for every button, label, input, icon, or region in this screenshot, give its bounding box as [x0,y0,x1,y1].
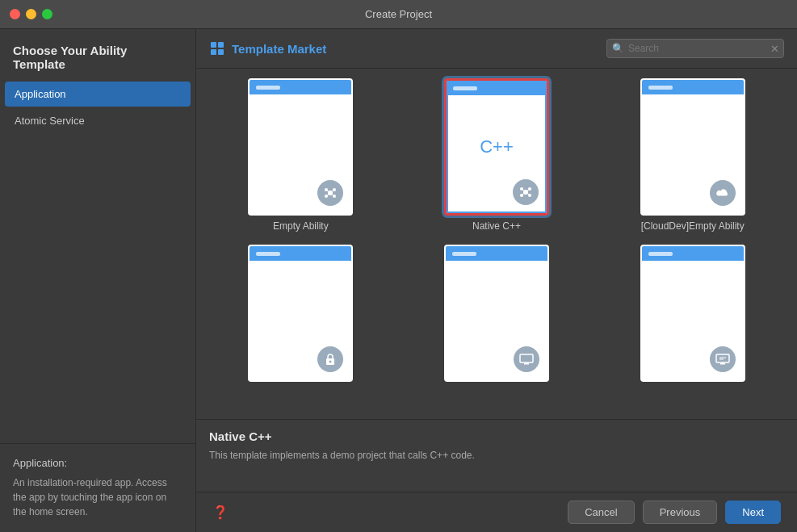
sidebar-item-label: Application [15,88,66,100]
template-card-clouddev[interactable]: [CloudDev]Empty Ability [601,78,784,232]
sidebar-description: Application: An installation-required ap… [0,443,195,532]
template-preview-6 [640,245,745,382]
sidebar-item-atomic-service[interactable]: Atomic Service [5,108,191,133]
template-label-native-cpp: Native C++ [472,220,521,232]
svg-point-23 [329,361,332,363]
minimize-button[interactable] [26,9,36,19]
next-button[interactable]: Next [725,501,781,524]
cancel-button[interactable]: Cancel [568,501,634,524]
template-label-clouddev: [CloudDev]Empty Ability [641,220,745,232]
selected-template-desc: This template implements a demo project … [209,448,784,463]
content-area: Template Market 🔍 ✕ [196,29,797,532]
maximize-button[interactable] [42,9,52,19]
sidebar-heading: Choose Your Ability Template [0,29,195,81]
title-bar: Create Project [0,0,797,29]
sidebar-desc-text: An installation-required app. Access the… [13,475,182,519]
sidebar-item-label: Atomic Service [15,115,85,127]
svg-rect-1 [218,42,224,48]
clear-search-icon[interactable]: ✕ [770,43,779,55]
template-preview-empty-ability [248,78,353,216]
svg-rect-28 [720,363,725,365]
main-layout: Choose Your Ability Template Application… [0,29,797,532]
close-button[interactable] [10,9,20,19]
template-card-5[interactable] [405,245,589,387]
previous-button[interactable]: Previous [643,501,718,524]
template-preview-native-cpp: C++ [444,78,549,216]
template-preview-5 [444,245,549,382]
template-card-6[interactable] [601,245,784,387]
svg-rect-0 [211,42,216,48]
template-icon-cloud [710,180,736,206]
svg-rect-24 [520,354,533,362]
selected-template-name: Native C++ [209,429,784,443]
template-card-4[interactable] [209,245,392,387]
template-icon-lock [317,346,343,372]
search-icon: 🔍 [612,43,624,54]
svg-rect-2 [211,49,216,55]
svg-rect-25 [524,363,529,365]
sidebar: Choose Your Ability Template Application… [0,29,196,532]
template-preview-4 [248,245,353,382]
description-panel: Native C++ This template implements a de… [196,419,797,492]
template-card-empty-ability[interactable]: Empty Ability [209,78,392,232]
sidebar-item-application[interactable]: Application [5,82,191,107]
market-title-wrap: Template Market [209,40,326,57]
template-preview-clouddev [640,78,745,216]
template-grid: Empty Ability C++ [196,69,797,419]
search-input[interactable] [606,39,784,58]
template-icon-nodes [317,180,343,206]
svg-rect-3 [218,49,224,55]
template-icon-screen [514,346,539,372]
template-icon-cpp [513,179,539,205]
window-controls [10,9,52,19]
market-title-text: Template Market [232,42,326,56]
sidebar-desc-title: Application: [13,457,182,469]
window-title: Create Project [365,8,432,20]
market-icon [209,40,225,57]
template-icon-screen2 [710,346,736,372]
template-label-empty-ability: Empty Ability [273,220,329,232]
help-icon: ❓ [212,505,229,519]
search-wrapper: 🔍 ✕ [606,39,784,58]
template-card-native-cpp[interactable]: C++ [405,78,589,232]
svg-rect-27 [716,354,729,362]
content-header: Template Market 🔍 ✕ [196,29,797,69]
footer: ❓ Cancel Previous Next [196,492,797,532]
cpp-text: C++ [480,136,514,157]
help-icon-wrap[interactable]: ❓ [212,505,229,520]
